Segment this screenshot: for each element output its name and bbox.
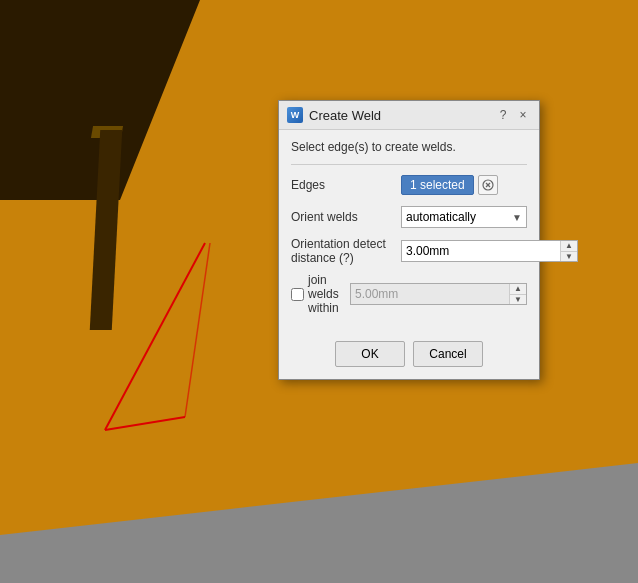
join-welds-row: join welds within ▲ ▼ [291,273,527,315]
spin-up-button[interactable]: ▲ [561,241,577,252]
dialog-body: Select edge(s) to create welds. Edges 1 … [279,130,539,333]
orient-detect-control: ▲ ▼ [401,240,578,262]
divider [291,164,527,165]
clear-icon [482,179,494,191]
edges-label: Edges [291,178,401,192]
join-welds-input[interactable] [351,287,509,301]
close-button[interactable]: × [515,107,531,123]
dialog-titlebar: W Create Weld ? × [279,101,539,130]
orient-detect-spinbox[interactable]: ▲ ▼ [401,240,578,262]
edges-row: Edges 1 selected [291,173,527,197]
dialog-title: Create Weld [309,108,381,123]
ok-button[interactable]: OK [335,341,405,367]
orient-welds-control: automatically ▼ [401,206,527,228]
cancel-button[interactable]: Cancel [413,341,483,367]
orient-welds-row: Orient welds automatically ▼ [291,205,527,229]
join-spin-down-button[interactable]: ▼ [510,295,526,305]
edges-clear-button[interactable] [478,175,498,195]
join-welds-spinbox-buttons: ▲ ▼ [509,284,526,304]
orient-welds-select[interactable]: automatically ▼ [401,206,527,228]
orient-welds-label: Orient welds [291,210,401,224]
orient-detect-label: Orientation detect distance (?) [291,237,401,265]
create-weld-dialog: W Create Weld ? × Select edge(s) to crea… [278,100,540,380]
orient-welds-value: automatically [406,210,476,224]
select-arrow-icon: ▼ [512,212,522,223]
dialog-title-left: W Create Weld [287,107,381,123]
help-button[interactable]: ? [495,107,511,123]
join-welds-label[interactable]: join welds within [308,273,344,315]
orient-detect-input[interactable] [402,244,560,258]
join-welds-control: ▲ ▼ [350,283,527,305]
dialog-instruction: Select edge(s) to create welds. [291,140,527,154]
dialog-footer: OK Cancel [279,333,539,379]
orient-detect-row: Orientation detect distance (?) ▲ ▼ [291,237,527,265]
dialog-icon-label: W [291,110,300,120]
join-welds-checkbox[interactable] [291,288,304,301]
edges-control: 1 selected [401,175,527,195]
dialog-title-buttons: ? × [495,107,531,123]
dialog-overlay: W Create Weld ? × Select edge(s) to crea… [0,0,638,583]
edges-selected-button[interactable]: 1 selected [401,175,474,195]
join-welds-spinbox[interactable]: ▲ ▼ [350,283,527,305]
dialog-icon: W [287,107,303,123]
spin-down-button[interactable]: ▼ [561,252,577,262]
spinbox-buttons: ▲ ▼ [560,241,577,261]
join-spin-up-button[interactable]: ▲ [510,284,526,295]
